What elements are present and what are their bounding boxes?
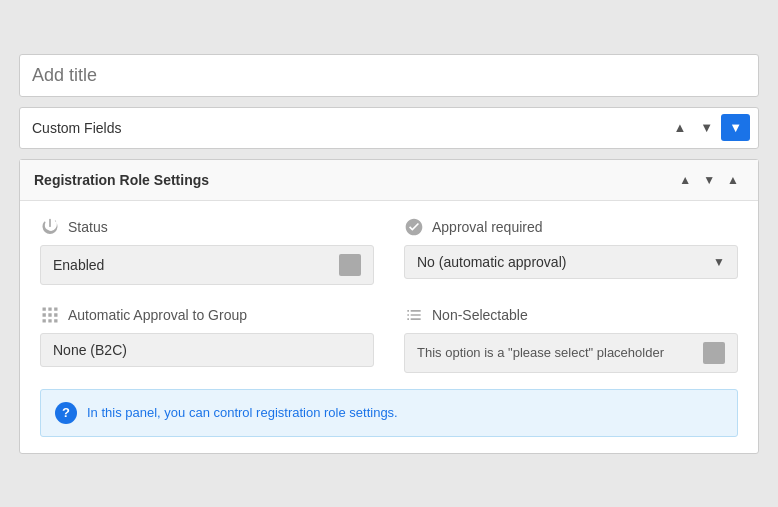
- status-field-group: Status Enabled: [40, 217, 374, 285]
- auto-approval-value: None (B2C): [40, 333, 374, 367]
- panel-header: Registration Role Settings ▲ ▼ ▲: [20, 160, 758, 201]
- approval-field-group: Approval required No (automatic approval…: [404, 217, 738, 285]
- non-selectable-icon: [404, 305, 424, 325]
- approval-chevron-icon: ▼: [713, 255, 725, 269]
- status-icon: [40, 217, 60, 237]
- approval-label-row: Approval required: [404, 217, 738, 237]
- panel-body: Status Enabled: [20, 201, 758, 453]
- panel-header-title: Registration Role Settings: [34, 172, 674, 188]
- non-selectable-value: This option is a "please select" placeho…: [417, 345, 664, 360]
- non-selectable-label-row: Non-Selectable: [404, 305, 738, 325]
- approval-select[interactable]: No (automatic approval) ▼: [404, 245, 738, 279]
- custom-fields-bar: Custom Fields ▲ ▼ ▼: [19, 107, 759, 149]
- approval-label: Approval required: [432, 219, 543, 235]
- auto-approval-field-group: Automatic Approval to Group None (B2C): [40, 305, 374, 373]
- auto-approval-label-row: Automatic Approval to Group: [40, 305, 374, 325]
- panel-down-button[interactable]: ▼: [698, 170, 720, 190]
- info-box: ? In this panel, you can control registr…: [40, 389, 738, 437]
- auto-approval-icon: [40, 305, 60, 325]
- fields-grid: Status Enabled: [40, 217, 738, 373]
- non-selectable-field-group: Non-Selectable This option is a "please …: [404, 305, 738, 373]
- auto-approval-label: Automatic Approval to Group: [68, 307, 247, 323]
- custom-fields-controls: ▲ ▼ ▼: [667, 114, 750, 141]
- status-control: Enabled: [40, 245, 374, 285]
- title-input[interactable]: [20, 55, 758, 96]
- custom-fields-down-button[interactable]: ▼: [694, 116, 719, 139]
- status-label: Status: [68, 219, 108, 235]
- info-text: In this panel, you can control registrat…: [87, 405, 398, 420]
- non-selectable-toggle[interactable]: [703, 342, 725, 364]
- custom-fields-up-button[interactable]: ▲: [667, 116, 692, 139]
- title-input-wrapper: [19, 54, 759, 97]
- approval-icon: [404, 217, 424, 237]
- panel-header-buttons: ▲ ▼ ▲: [674, 170, 744, 190]
- status-value: Enabled: [53, 257, 104, 273]
- status-label-row: Status: [40, 217, 374, 237]
- info-icon: ?: [55, 402, 77, 424]
- page-container: Custom Fields ▲ ▼ ▼ Registration Role Se…: [9, 44, 769, 464]
- registration-role-settings-panel: Registration Role Settings ▲ ▼ ▲: [19, 159, 759, 454]
- status-toggle[interactable]: [339, 254, 361, 276]
- non-selectable-control: This option is a "please select" placeho…: [404, 333, 738, 373]
- custom-fields-label: Custom Fields: [28, 120, 667, 136]
- non-selectable-label: Non-Selectable: [432, 307, 528, 323]
- approval-value: No (automatic approval): [417, 254, 566, 270]
- custom-fields-expand-button[interactable]: ▼: [721, 114, 750, 141]
- panel-up-button[interactable]: ▲: [674, 170, 696, 190]
- panel-collapse-button[interactable]: ▲: [722, 170, 744, 190]
